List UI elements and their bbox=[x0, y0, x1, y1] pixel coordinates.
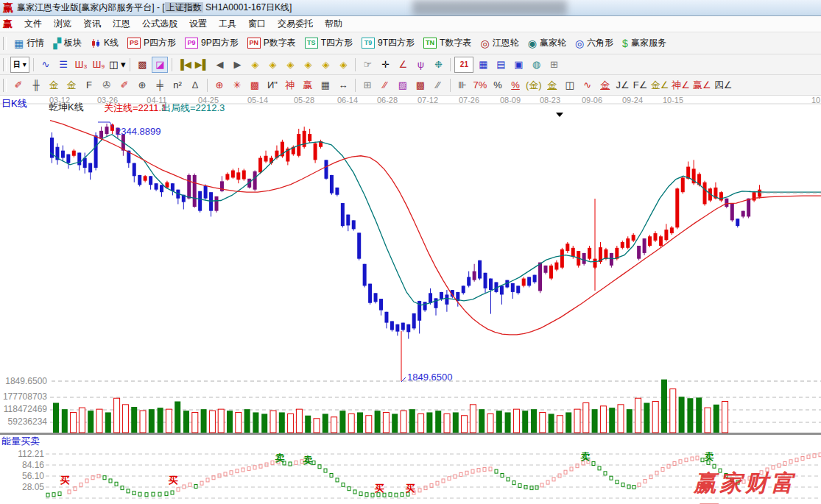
ying-angle-icon[interactable]: 赢∠ bbox=[692, 77, 712, 93]
menu-item-窗口[interactable]: 窗口 bbox=[242, 17, 272, 30]
menu-item-公式选股[interactable]: 公式选股 bbox=[136, 17, 183, 30]
fan-red-icon[interactable]: ∕∕ bbox=[377, 77, 393, 93]
chart3-icon[interactable]: Ш₃ bbox=[73, 57, 89, 73]
angle-measure-icon[interactable]: ∠ bbox=[395, 57, 411, 73]
color-sort-icon[interactable]: ◪ bbox=[152, 57, 168, 73]
period-selector[interactable]: 日 ▾ bbox=[10, 57, 29, 73]
winner-service-button[interactable]: $赢家服务 bbox=[618, 35, 671, 51]
percent-red-icon[interactable]: % bbox=[507, 77, 524, 93]
pen-icon[interactable]: ✐ bbox=[10, 77, 27, 93]
web-share-icon[interactable]: ◍ bbox=[528, 57, 544, 73]
compass-icon[interactable]: ⊕ bbox=[134, 77, 150, 93]
f-angle-icon[interactable]: F∠ bbox=[633, 77, 649, 93]
seven-pct-icon[interactable]: 7% bbox=[472, 77, 488, 93]
gann-circle-icon[interactable]: ⊕ bbox=[211, 77, 228, 93]
period-label[interactable]: 日K线 bbox=[1, 97, 27, 110]
web-box-icon[interactable]: ▩ bbox=[247, 77, 263, 93]
menu-item-资讯[interactable]: 资讯 bbox=[77, 17, 107, 30]
menu-item-文件[interactable]: 文件 bbox=[18, 17, 48, 30]
crosshair-icon[interactable]: ✛ bbox=[377, 57, 393, 73]
hexagon-button[interactable]: ◎六角形 bbox=[571, 35, 618, 51]
trend-icon[interactable]: ∿ bbox=[38, 57, 54, 73]
gold-grid-icon[interactable]: 金 bbox=[46, 77, 62, 93]
gold-underline-icon[interactable]: 金 bbox=[597, 77, 613, 93]
t-table-button[interactable]: TNT数字表 bbox=[419, 35, 476, 51]
t-square-button[interactable]: TST四方形 bbox=[300, 35, 357, 51]
menu-item-工具[interactable]: 工具 bbox=[213, 17, 242, 30]
legend-exit-line: 出局线=2212.3 bbox=[161, 102, 225, 115]
box-tool-icon[interactable]: ⊞ bbox=[359, 77, 376, 93]
date-tick-05-28: 05-28 bbox=[291, 96, 317, 104]
chart9-icon[interactable]: Ш₉ bbox=[91, 57, 107, 73]
gold-grid2-icon[interactable]: 金 bbox=[63, 77, 80, 93]
spiral-icon[interactable]: ✇ bbox=[99, 77, 115, 93]
menu-item-浏览[interactable]: 浏览 bbox=[48, 17, 77, 30]
quotes-button[interactable]: ▦行情 bbox=[10, 35, 49, 51]
diamond-all-icon[interactable]: ◈ bbox=[335, 57, 351, 73]
diamond-right-icon[interactable]: ◈ bbox=[264, 57, 281, 73]
diamond-out-icon[interactable]: ◈ bbox=[317, 57, 334, 73]
indicator-title[interactable]: 能量买卖 bbox=[1, 435, 40, 448]
p9-square-button[interactable]: P99P四方形 bbox=[180, 35, 243, 51]
sectors-button[interactable]: ▞板块 bbox=[49, 35, 86, 51]
kline-button[interactable]: K线 bbox=[86, 35, 123, 51]
gold-angle-icon[interactable]: 金∠ bbox=[650, 77, 670, 93]
fan-box-icon[interactable]: ▨ bbox=[395, 77, 411, 93]
triangle-icon[interactable]: ∆ bbox=[187, 77, 203, 93]
prev-button[interactable]: ◀ bbox=[211, 57, 228, 73]
bars-tool-icon[interactable]: ⊪ bbox=[454, 77, 471, 93]
angle-measure-icon-glyph: ∠ bbox=[399, 59, 408, 70]
pan-hand-icon[interactable]: ☞ bbox=[359, 57, 376, 73]
percent-icon[interactable]: % bbox=[490, 77, 506, 93]
shen-grid-icon[interactable]: 神 bbox=[282, 77, 298, 93]
wave-red-icon[interactable]: ∿ bbox=[579, 77, 596, 93]
j-angle-icon[interactable]: J∠ bbox=[615, 77, 631, 93]
calendar-icon[interactable]: 21 bbox=[454, 57, 473, 73]
menu-item-交易委托[interactable]: 交易委托 bbox=[272, 17, 319, 30]
winner-wheel-button[interactable]: ◉赢家轮 bbox=[524, 35, 571, 51]
gann-wheel-button[interactable]: ◎江恩轮 bbox=[476, 35, 523, 51]
p-table-button[interactable]: PNP数字表 bbox=[243, 35, 300, 51]
quote-list-icon[interactable]: ☰ bbox=[55, 57, 71, 73]
ih-tool-icon[interactable]: И" bbox=[264, 77, 281, 93]
shen-angle-icon[interactable]: 神∠ bbox=[671, 77, 691, 93]
span-arrows-icon[interactable]: ↔ bbox=[335, 77, 351, 93]
last-button[interactable]: ▶▌ bbox=[194, 57, 210, 73]
ying-grid-icon[interactable]: 赢 bbox=[300, 77, 316, 93]
menu-item-江恩[interactable]: 江恩 bbox=[107, 17, 136, 30]
number-grid-icon-glyph: ▦ bbox=[321, 79, 330, 90]
first-button[interactable]: ▐◀ bbox=[176, 57, 192, 73]
diamond-left-icon[interactable]: ◈ bbox=[247, 57, 263, 73]
knife-icon[interactable]: ✐ bbox=[116, 77, 133, 93]
menu-item-设置[interactable]: 设置 bbox=[183, 17, 213, 30]
save-icon[interactable]: ▣ bbox=[510, 57, 526, 73]
n2-icon[interactable]: n² bbox=[169, 77, 186, 93]
fan-lines-icon[interactable]: ∕∕ bbox=[430, 77, 446, 93]
si-angle-icon[interactable]: 四∠ bbox=[713, 77, 733, 93]
ruler-icon[interactable]: ╫ bbox=[28, 77, 44, 93]
ruler2-icon[interactable]: ╪ bbox=[152, 77, 168, 93]
web-tool-icon[interactable]: ❉ bbox=[430, 57, 446, 73]
web-box2-icon[interactable]: ▩ bbox=[412, 77, 429, 93]
order-cart-icon[interactable]: ⊞ bbox=[546, 57, 562, 73]
date-tick-06-28: 06-28 bbox=[374, 96, 401, 104]
pattern-icon[interactable]: ▩ bbox=[134, 57, 150, 73]
star-web-icon[interactable]: ✳ bbox=[229, 77, 245, 93]
chart-canvas[interactable]: 买买买买卖卖卖卖 bbox=[0, 96, 821, 504]
gold-lines-icon[interactable]: 金 bbox=[544, 77, 560, 93]
diamond-both-icon[interactable]: ◈ bbox=[282, 57, 298, 73]
diamond-in-icon[interactable]: ◈ bbox=[300, 57, 316, 73]
notes-icon[interactable]: ▤ bbox=[493, 57, 509, 73]
gold-circle-icon[interactable]: (金) bbox=[525, 77, 543, 93]
candle-knife-icon[interactable]: ◫ bbox=[562, 77, 578, 93]
number-grid-icon[interactable]: ▦ bbox=[317, 77, 334, 93]
p-square-button[interactable]: PSP四方形 bbox=[123, 35, 180, 51]
indicator-scale-4: 28.05 bbox=[0, 482, 44, 492]
fork-tool-icon[interactable]: ψ bbox=[412, 57, 429, 73]
menu-item-帮助[interactable]: 帮助 bbox=[319, 17, 348, 30]
f-grid-icon[interactable]: F bbox=[81, 77, 97, 93]
t9-square-button[interactable]: T99T四方形 bbox=[357, 35, 419, 51]
calculator-icon[interactable]: ▦ bbox=[475, 57, 491, 73]
next-button[interactable]: ▶ bbox=[229, 57, 245, 73]
candle-style-selector[interactable]: ◫ ▾ bbox=[108, 57, 126, 73]
